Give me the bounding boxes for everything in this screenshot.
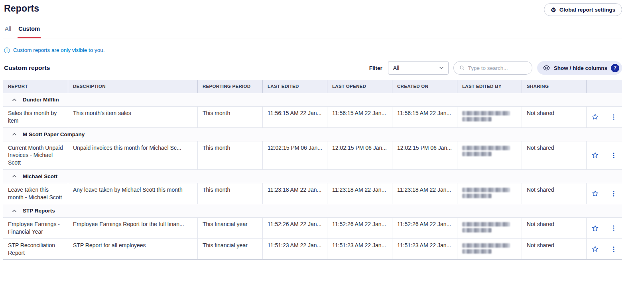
cell-last-edited-by [457,183,522,204]
tab-all[interactable]: All [4,26,12,38]
custom-reports-toolbar: Custom reports Filter All Show / hide co… [3,61,622,75]
column-header-last-edited[interactable]: LAST EDITED [262,80,327,93]
cell-description: Any leave taken by Michael Scott this mo… [68,183,197,204]
favorite-star-button[interactable] [590,223,600,233]
favorite-star-button[interactable] [590,150,600,160]
cell-last-edited: 12:02:15 PM 06 Jan... [262,141,327,169]
favorite-star-button[interactable] [590,112,600,122]
cell-created-on: 11:56:15 AM 22 Jan... [392,107,457,127]
cell-sharing: Not shared [522,141,586,169]
star-icon [591,190,599,197]
column-header-reporting-period[interactable]: REPORTING PERIOD [197,80,262,93]
cell-report-name[interactable]: STP Reconciliation Report [3,239,68,260]
cell-reporting-period: This month [197,107,262,127]
cell-created-on: 11:52:26 AM 22 Jan... [392,218,457,238]
chevron-up-icon [12,209,17,213]
kebab-menu-icon [610,190,617,197]
column-header-actions [586,80,622,93]
filter-dropdown[interactable]: All [388,61,449,75]
redacted-name [462,111,510,115]
cell-sharing: Not shared [522,107,586,127]
cell-actions [586,141,622,169]
group-row-stp-reports: STP Reports [3,204,622,217]
cell-last-opened: 11:56:15 AM 22 Jan... [327,107,392,127]
star-icon [591,245,599,253]
column-header-created-on[interactable]: CREATED ON [392,80,457,93]
cell-description: Unpaid invoices this month for Michael S… [68,141,197,169]
star-icon [591,151,599,159]
column-header-sharing[interactable]: SHARING [522,80,586,93]
column-header-last-edited-by[interactable]: LAST EDITED BY [457,80,522,93]
cell-last-edited: 11:56:15 AM 22 Jan... [262,107,327,127]
reports-page: Reports ⚙ Global report settings All Cus… [3,0,622,260]
cell-last-edited-by [457,218,522,238]
columns-count-badge: 7 [611,64,619,72]
row-menu-button[interactable] [609,244,618,254]
redacted-name [462,188,510,192]
redacted-name [462,228,492,232]
group-name: Michael Scott [23,173,57,179]
cell-reporting-period: This month [197,141,262,169]
group-row-m-scott-paper-company: M Scott Paper Company [3,127,622,141]
cell-last-edited: 11:51:23 AM 22 Jan... [262,239,327,260]
kebab-menu-icon [610,152,617,159]
chevron-down-icon [439,66,444,70]
group-name: M Scott Paper Company [23,131,85,137]
custom-reports-table: REPORT DESCRIPTION REPORTING PERIOD LAST… [3,80,622,260]
cell-report-name[interactable]: Employee Earnings - Financial Year [3,218,68,238]
row-menu-button[interactable] [609,112,618,122]
chevron-up-icon [12,175,17,178]
collapse-group-button[interactable] [11,174,18,179]
cell-description: STP Report for all employees [68,239,197,260]
favorite-star-button[interactable] [590,189,600,199]
cell-sharing: Not shared [522,239,586,260]
cell-last-opened: 11:52:26 AM 22 Jan... [327,218,392,238]
table-row: Employee Earnings - Financial Year Emplo… [3,217,622,238]
cell-description: Employee Earnings Report for the full fi… [68,218,197,238]
group-name: STP Reports [23,208,55,214]
search-icon [459,65,465,71]
table-row: Leave taken this month - Michael Scott A… [3,183,622,204]
search-box [453,61,532,75]
cell-reporting-period: This month [197,183,262,204]
column-header-report[interactable]: REPORT [3,80,68,93]
show-hide-columns-button[interactable]: Show / hide columns 7 [537,61,622,75]
table-row: Sales this month by item This month's it… [3,106,622,127]
eye-icon [543,65,550,71]
group-name: Dunder Mifflin [23,97,59,103]
row-menu-button[interactable] [609,189,618,199]
search-input[interactable] [468,65,526,71]
collapse-group-button[interactable] [11,132,18,137]
cell-report-name[interactable]: Current Month Unpaid Invoices - Michael … [3,141,68,169]
cell-last-edited: 11:23:18 AM 22 Jan... [262,183,327,204]
toolbar-controls: Filter All Show / hide columns 7 [369,61,622,75]
cell-report-name[interactable]: Leave taken this month - Michael Scott [3,183,68,204]
collapse-group-button[interactable] [11,209,18,213]
redacted-name [462,243,510,248]
row-menu-button[interactable] [609,223,618,233]
cell-last-opened: 11:23:18 AM 22 Jan... [327,183,392,204]
tab-custom[interactable]: Custom [18,26,41,38]
redacted-name [462,222,510,226]
redacted-name [462,249,492,254]
cell-sharing: Not shared [522,183,586,204]
cell-created-on: 11:51:23 AM 22 Jan... [392,239,457,260]
top-bar: Reports ⚙ Global report settings [3,3,622,16]
column-header-last-opened[interactable]: LAST OPENED [327,80,392,93]
cell-last-edited-by [457,107,522,127]
table-row: STP Reconciliation Report STP Report for… [3,238,622,260]
cell-report-name[interactable]: Sales this month by item [3,107,68,127]
column-header-description[interactable]: DESCRIPTION [68,80,197,93]
section-title: Custom reports [3,64,50,72]
row-menu-button[interactable] [609,151,618,160]
info-banner: ⓘ Custom reports are only visible to you… [3,47,622,53]
filter-dropdown-value: All [393,65,400,71]
redacted-name [462,146,510,150]
favorite-star-button[interactable] [590,244,600,254]
global-report-settings-button[interactable]: ⚙ Global report settings [544,3,622,16]
cell-actions [586,183,622,204]
cell-last-opened: 11:51:23 AM 22 Jan... [327,239,392,260]
cell-actions [586,218,622,238]
star-icon [591,224,599,232]
collapse-group-button[interactable] [11,97,18,102]
